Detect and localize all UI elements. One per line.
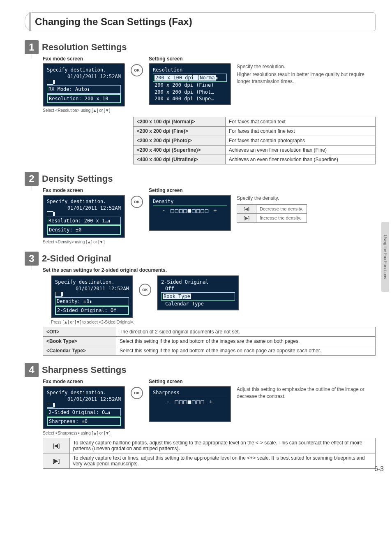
lcd-line: 2-Sided Original: O… [48, 409, 108, 415]
table-val: The direction of 2-sided original docume… [116, 327, 375, 337]
table-val: Achieves an even finer resolution than (… [225, 145, 375, 155]
lcd-option: Book Type [163, 294, 191, 299]
lcd-line: Specify destination. [55, 279, 129, 285]
table-val: Select this setting if the top and botto… [116, 346, 375, 356]
lcd-option: 200 x 400 dpi (Supe… [153, 95, 227, 102]
ok-button-icon: OK [131, 196, 143, 208]
table-key: <200 x 200 dpi (Fine)> [134, 126, 226, 136]
lcd-line: Specify destination. [47, 198, 121, 205]
table-key: <200 x 200 dpi (Photo)> [134, 136, 226, 145]
description: Higher resolutions result in better imag… [237, 71, 376, 85]
lcd-line: RX Mode: Auto [48, 86, 87, 92]
select-note: Select <Resolution> using [▲] or [▼] [43, 108, 125, 113]
arrow-desc: To clearly capture halftone photos, adju… [69, 438, 375, 453]
intro-text: Set the scan settings for 2-sided origin… [43, 267, 376, 273]
lcd-option: Off [161, 285, 235, 292]
doc-icon [55, 292, 62, 297]
table-val: For faxes that contain text [225, 117, 375, 126]
step-title: Density Settings [42, 172, 113, 186]
arrow-desc: Increase the density. [256, 213, 307, 222]
lcd-setting: Sharpness - □□□■□□□ + [149, 386, 231, 422]
step-title: Sharpness Settings [42, 363, 126, 377]
lcd-line: 2-Sided Original: Of [57, 308, 117, 313]
main-title: Changing the Scan Settings (Fax) [35, 16, 370, 28]
select-note: Press [▲] or [▼] to select <2-Sided Orig… [51, 320, 376, 324]
lcd-line: Sharpness: ±0 [49, 419, 88, 424]
sharpness-slider: - □□□■□□□ + [153, 398, 227, 406]
step-1: 1 Resolution Settings [25, 40, 376, 54]
doc-icon [47, 211, 53, 216]
arrow-key: [▶] [43, 453, 70, 469]
lcd-title: 2-Sided Original [161, 279, 235, 285]
table-key: <400 x 400 dpi (Ultrafine)> [134, 155, 226, 164]
lcd-title: Resolution [153, 67, 227, 73]
arrow-desc: To clearly capture text or lines, adjust… [69, 453, 375, 469]
table-key: <Off> [43, 327, 116, 337]
select-note: Select <Sharpness> using [▲] or [▼] [43, 431, 125, 435]
lcd-fax: Specify destination. 01/01/2011 12:52AM … [43, 63, 125, 106]
page-number: 6-3 [374, 465, 384, 473]
lcd-line: Specify destination. [47, 67, 121, 73]
lcd-setting: Density - □□□□■□□□□ + [149, 195, 231, 231]
select-note: Select <Density> using [▲] or [▼] [43, 240, 125, 244]
step-title: Resolution Settings [42, 40, 127, 54]
lcd-line: Density: ±0 [49, 227, 81, 233]
table-val: Achieves an even finer resolution than (… [225, 155, 375, 164]
description: Adjust this setting to emphasize the out… [237, 386, 376, 400]
lcd-option: 200 x 200 dpi (Fine) [153, 82, 227, 88]
lcd-line: 01/01/2011 12:52AM [47, 73, 121, 80]
lcd-setting: Resolution 200 x 100 dpi (Norma▮ 200 x 2… [149, 63, 231, 105]
lcd-line: Specify destination. [47, 389, 121, 396]
title-container: Changing the Scan Settings (Fax) [25, 12, 376, 31]
table-key: <Calendar Type> [43, 346, 116, 356]
arrow-key: [◀] [237, 204, 256, 213]
density-slider: - □□□□■□□□□ + [153, 207, 227, 215]
lcd-option: 200 x 200 dpi (Phot… [153, 89, 227, 95]
table-key: <200 x 400 dpi (Superfine)> [134, 145, 226, 155]
lcd-line: 01/01/2011 12:52AM [47, 396, 121, 402]
step-3: 3 2-Sided Original [25, 252, 376, 266]
table-val: Select this setting if the top and botto… [116, 337, 375, 346]
density-arrow-table: [◀]Decrease the density. [▶]Increase the… [237, 204, 307, 223]
lcd-line: 01/01/2011 12:52AM [55, 285, 129, 292]
step-title: 2-Sided Original [42, 252, 111, 266]
doc-icon [47, 80, 53, 85]
lcd-fax: Specify destination. 01/01/2011 12:52AM … [51, 275, 133, 319]
fax-screen-label: Fax mode screen [43, 379, 125, 384]
ok-button-icon: OK [139, 284, 151, 296]
table-val: For faxes that contain fine text [225, 126, 375, 136]
lcd-fax: Specify destination. 01/01/2011 12:52AM … [43, 195, 125, 238]
step-number: 3 [25, 252, 39, 266]
fax-screen-label: Fax mode screen [43, 56, 125, 62]
table-val: For faxes that contain photographs [225, 136, 375, 145]
ok-button-icon: OK [131, 64, 143, 76]
table-key: <200 x 100 dpi (Normal)> [134, 117, 226, 126]
setting-screen-label: Setting screen [149, 56, 231, 62]
step-number: 2 [25, 172, 39, 186]
arrow-desc: Decrease the density. [256, 204, 307, 213]
fax-screen-label: Fax mode screen [43, 187, 125, 193]
two-sided-table: <Off>The direction of 2-sided original d… [43, 327, 376, 356]
description: Specify the density. [237, 195, 376, 202]
step-number: 4 [25, 363, 39, 377]
table-key: <Book Type> [43, 337, 116, 346]
arrow-key: [▶] [237, 213, 256, 222]
description: Specify the resolution. [237, 63, 376, 70]
setting-screen-label: Setting screen [149, 379, 231, 384]
sharpness-arrow-table: [◀]To clearly capture halftone photos, a… [43, 438, 376, 469]
lcd-line: Resolution: 200 x 10 [49, 96, 108, 102]
lcd-option: Calendar Type [161, 301, 235, 307]
lcd-fax: Specify destination. 01/01/2011 12:52AM … [43, 386, 125, 429]
step-number: 1 [25, 40, 39, 54]
lcd-title: Density [153, 198, 227, 205]
lcd-setting: 2-Sided Original Off Book Type Calendar … [157, 275, 239, 311]
lcd-title: Sharpness [153, 389, 227, 396]
ok-button-icon: OK [131, 387, 143, 399]
doc-icon [47, 403, 53, 408]
lcd-option: 200 x 100 dpi (Norma [154, 75, 216, 81]
resolution-table: <200 x 100 dpi (Normal)>For faxes that c… [133, 117, 376, 164]
arrow-key: [◀] [43, 438, 70, 453]
side-tab: Using the Fax Functions [381, 222, 389, 292]
step-4: 4 Sharpness Settings [25, 363, 376, 377]
lcd-line: Density: ±0 [57, 298, 89, 304]
